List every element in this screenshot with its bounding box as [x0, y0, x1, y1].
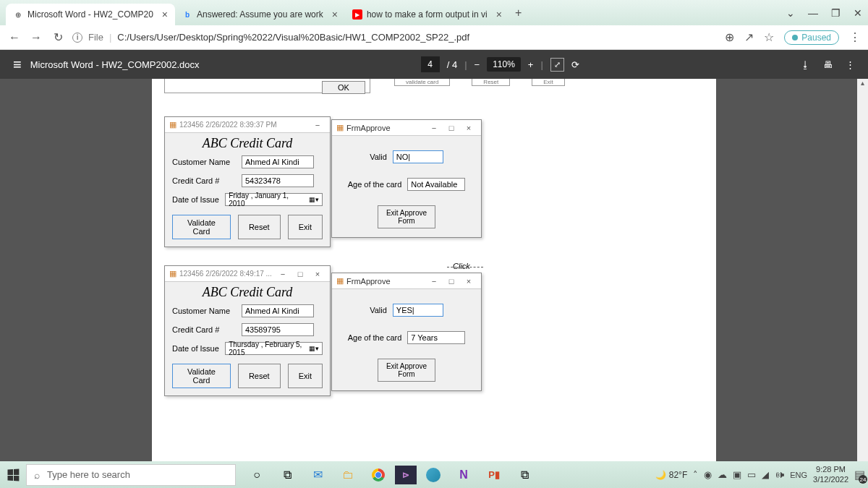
close-icon[interactable]: ×: [162, 9, 168, 20]
input-customer-name[interactable]: [242, 304, 314, 317]
rotate-icon[interactable]: ⟳: [571, 59, 579, 70]
close-icon[interactable]: ×: [461, 275, 477, 288]
reload-icon[interactable]: ↻: [51, 30, 65, 44]
calendar-icon[interactable]: ▦▾: [309, 196, 319, 203]
fit-page-icon[interactable]: ⤢: [550, 58, 564, 72]
close-icon[interactable]: ×: [332, 9, 338, 20]
info-icon[interactable]: i: [72, 33, 82, 43]
input-credit-card[interactable]: [242, 323, 314, 336]
zoom-icon[interactable]: ⊕: [725, 30, 734, 44]
minimize-icon[interactable]: −: [426, 275, 442, 288]
maximize-icon[interactable]: □: [443, 121, 459, 134]
input-valid[interactable]: [393, 304, 443, 317]
star-icon[interactable]: ☆: [764, 30, 774, 44]
back-icon[interactable]: ←: [7, 31, 22, 44]
exit-approve-button[interactable]: Exit Approve Form: [378, 205, 435, 228]
input-date-issue[interactable]: Thursday , February 5, 2015 ▦▾: [225, 342, 323, 355]
minimize-icon[interactable]: −: [310, 119, 326, 132]
wifi-icon[interactable]: ◢: [762, 469, 769, 480]
language-indicator[interactable]: ENG: [790, 471, 807, 479]
vertical-scrollbar[interactable]: ▴: [857, 79, 868, 461]
task-view-icon[interactable]: ⧉: [273, 464, 301, 486]
close-icon[interactable]: ×: [496, 9, 502, 20]
close-icon[interactable]: ×: [461, 121, 477, 134]
ok-button[interactable]: OK: [322, 81, 365, 94]
exit-button[interactable]: Exit: [288, 364, 323, 388]
close-window-icon[interactable]: ✕: [854, 7, 862, 19]
calendar-icon[interactable]: ▦▾: [309, 345, 319, 352]
validate-button[interactable]: Validate Card: [172, 364, 231, 388]
url-field[interactable]: i File | C:/Users/User/Desktop/Spring%20…: [72, 32, 718, 43]
browser-tab-strip: ⊕ Microsoft Word - HW2_COMP20 × b Answer…: [0, 0, 868, 25]
input-credit-card[interactable]: [242, 174, 314, 187]
input-date-issue[interactable]: Friday , January 1, 2010 ▦▾: [225, 193, 323, 206]
forward-icon[interactable]: →: [29, 31, 43, 44]
maximize-icon[interactable]: ❐: [831, 7, 841, 19]
start-button[interactable]: [3, 465, 23, 485]
profile-paused-badge[interactable]: Paused: [784, 30, 839, 45]
form-icon: ▦: [336, 123, 344, 132]
meet-icon[interactable]: ▣: [733, 469, 741, 480]
form1-title-text: 123456 2/26/2022 8:39:37 PM: [179, 121, 277, 129]
chevron-down-icon[interactable]: ⌄: [786, 7, 795, 19]
url-path: C:/Users/User/Desktop/Spring%2022/Visual…: [117, 32, 469, 43]
explorer-icon[interactable]: 🗀: [334, 464, 362, 486]
minimize-icon[interactable]: —: [808, 7, 818, 19]
minimize-icon[interactable]: −: [426, 121, 442, 134]
tab-2[interactable]: b Answered: Assume you are work ×: [175, 4, 345, 25]
download-icon[interactable]: ⭳: [801, 59, 810, 70]
validate-button[interactable]: Validate Card: [172, 215, 231, 239]
pdf-viewport[interactable]: OK validate card Reset Exit ▦ 123456 2/2…: [0, 79, 868, 461]
input-age[interactable]: [407, 331, 465, 344]
page-total: / 4: [447, 59, 457, 70]
zoom-in-icon[interactable]: +: [528, 59, 534, 70]
form-icon: ▦: [169, 120, 176, 129]
maximize-icon[interactable]: □: [443, 275, 459, 288]
weather-widget[interactable]: 🌙 82°F: [655, 470, 687, 480]
search-icon: ⌕: [34, 469, 40, 481]
approve2-titlebar[interactable]: ▦ FrmApprove − □ ×: [332, 273, 481, 289]
vs-icon[interactable]: ⊳: [395, 466, 417, 484]
approve1-titlebar[interactable]: ▦ FrmApprove − □ ×: [332, 120, 481, 136]
cloud-icon[interactable]: ☁: [718, 469, 727, 480]
tab-3[interactable]: ▶ how to make a form output in vi ×: [345, 4, 509, 25]
reset-button[interactable]: Reset: [238, 364, 281, 388]
new-tab-button[interactable]: +: [515, 7, 522, 20]
volume-icon[interactable]: 🕪: [775, 469, 784, 480]
exit-approve-button[interactable]: Exit Approve Form: [378, 359, 435, 382]
chrome-icon[interactable]: [365, 464, 392, 486]
tab-1[interactable]: ⊕ Microsoft Word - HW2_COMP20 ×: [6, 4, 175, 25]
zoom-level[interactable]: 110%: [487, 57, 521, 72]
reset-button[interactable]: Reset: [238, 215, 281, 239]
powerpoint-icon[interactable]: P▮: [480, 464, 508, 486]
mail-icon[interactable]: ✉: [304, 464, 331, 486]
zoom-out-icon[interactable]: −: [475, 59, 480, 70]
exit-button[interactable]: Exit: [288, 215, 323, 239]
more-icon[interactable]: ⋮: [846, 59, 855, 70]
close-icon[interactable]: ×: [310, 267, 326, 281]
chevron-up-icon[interactable]: ˄: [693, 469, 698, 480]
clock[interactable]: 9:28 PM 3/12/2022: [813, 465, 848, 484]
cortana-icon[interactable]: ○: [243, 464, 271, 486]
scroll-up-icon[interactable]: ▴: [857, 79, 868, 89]
minimize-icon[interactable]: −: [275, 267, 291, 281]
taskview2-icon[interactable]: ⧉: [511, 464, 538, 486]
notifications-icon[interactable]: ▤ 24: [854, 468, 865, 481]
hamburger-icon[interactable]: ≡: [13, 56, 22, 73]
battery-icon[interactable]: ▭: [747, 469, 756, 480]
page-number-input[interactable]: [421, 56, 440, 72]
camera-icon[interactable]: ◉: [704, 469, 712, 480]
onenote-icon[interactable]: N: [450, 464, 477, 486]
taskbar-search[interactable]: ⌕ Type here to search: [26, 464, 236, 486]
share-icon[interactable]: ↗: [744, 30, 754, 44]
kebab-menu-icon[interactable]: ⋮: [849, 30, 861, 44]
form1-titlebar[interactable]: ▦ 123456 2/26/2022 8:39:37 PM −: [165, 117, 330, 133]
app-icon[interactable]: [420, 464, 447, 486]
input-valid[interactable]: [393, 150, 443, 163]
maximize-icon[interactable]: □: [292, 267, 308, 281]
print-icon[interactable]: 🖶: [823, 59, 833, 70]
input-age[interactable]: [407, 178, 465, 191]
form2-titlebar[interactable]: ▦ 123456 2/26/2022 8:49:17 ... − □ ×: [165, 266, 330, 282]
label-name: Customer Name: [172, 158, 237, 166]
input-customer-name[interactable]: [242, 155, 314, 168]
